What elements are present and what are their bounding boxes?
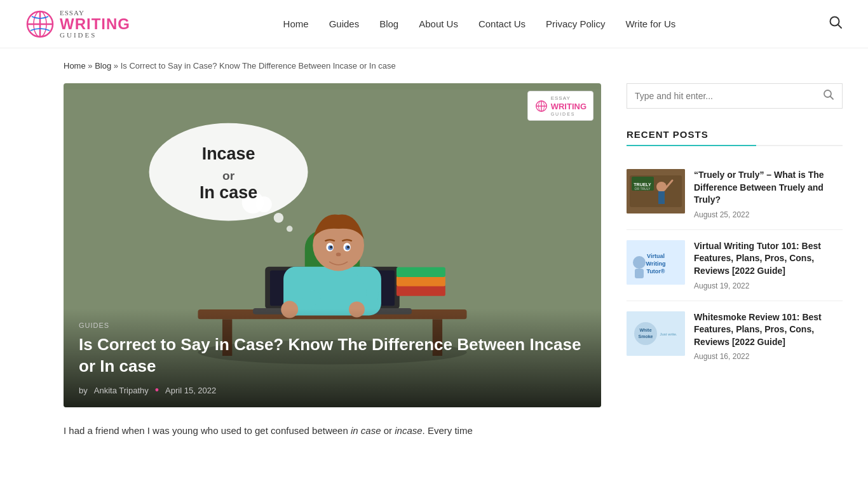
search-submit-icon — [823, 89, 834, 100]
logo-text: ESSAY WRITING GUIDES — [60, 10, 130, 39]
breadcrumb-home[interactable]: Home — [64, 61, 86, 71]
hero-image: Incase or In case ESSAY WRITING GUIDE — [64, 83, 601, 407]
site-header: ESSAY WRITING GUIDES Home Guides Blog Ab… — [0, 0, 868, 48]
svg-point-55 — [633, 256, 646, 269]
site-logo[interactable]: ESSAY WRITING GUIDES — [25, 8, 130, 41]
logo-icon — [25, 8, 55, 41]
svg-rect-56 — [635, 269, 644, 278]
article-body: I had a friend when I was young who used… — [64, 423, 601, 439]
nav-guides[interactable]: Guides — [329, 18, 360, 29]
nav-privacy[interactable]: Privacy Policy — [546, 18, 605, 29]
recent-posts-section: RECENT POSTS TRUELY — [627, 129, 843, 371]
badge-logo-icon — [534, 99, 548, 113]
post-title-1[interactable]: “Truely or Truly” – What is The Differen… — [694, 169, 843, 207]
hero-overlay: GUIDES Is Correct to Say in Case? Know T… — [64, 309, 601, 407]
thumb-1-svg: TRUELY OR TRULY — [627, 169, 685, 214]
post-title-3[interactable]: Whitesmoke Review 101: Best Features, Pl… — [694, 311, 843, 349]
svg-text:Writing: Writing — [646, 261, 666, 267]
svg-text:In case: In case — [200, 183, 257, 202]
meta-dot: • — [155, 384, 159, 397]
svg-text:Tutor®: Tutor® — [647, 268, 665, 274]
author-name: Ankita Tripathy — [94, 386, 149, 395]
svg-point-24 — [330, 246, 332, 248]
search-input[interactable] — [635, 91, 823, 101]
svg-line-5 — [837, 25, 841, 29]
list-item: TRUELY OR TRULY “Truely or Truly” – What… — [627, 159, 843, 230]
svg-rect-46 — [658, 191, 665, 204]
svg-point-58 — [634, 322, 657, 345]
svg-point-45 — [656, 182, 667, 192]
post-info-2: Virtual Writing Tutor 101: Best Features… — [694, 240, 843, 290]
list-item: Virtual Writing Tutor® Virtual Writing T… — [627, 230, 843, 301]
nav-contact[interactable]: Contact Us — [478, 18, 526, 29]
nav-blog[interactable]: Blog — [379, 18, 398, 29]
post-thumbnail-1: TRUELY OR TRULY — [627, 169, 685, 214]
logo-writing: WRITING — [60, 17, 130, 32]
main-nav: Home Guides Blog About Us Contact Us Pri… — [283, 18, 676, 29]
svg-line-42 — [831, 97, 834, 100]
post-date-1: August 25, 2022 — [694, 210, 843, 219]
post-thumbnail-2: Virtual Writing Tutor® — [627, 240, 685, 285]
search-submit-button[interactable] — [823, 89, 834, 103]
svg-text:Just write.: Just write. — [660, 332, 677, 336]
svg-text:Virtual: Virtual — [647, 253, 665, 259]
svg-text:or: or — [222, 169, 235, 182]
body-text-mid: or — [381, 425, 395, 436]
body-italic-1: in case — [351, 425, 381, 436]
article-meta: by Ankita Tripathy • April 15, 2022 — [79, 384, 586, 397]
post-date-3: August 16, 2022 — [694, 352, 843, 361]
svg-text:TRUELY: TRUELY — [634, 182, 651, 187]
article-category: GUIDES — [79, 322, 586, 329]
nav-home[interactable]: Home — [283, 18, 309, 29]
body-italic-2: incase — [395, 425, 422, 436]
search-icon — [829, 15, 843, 29]
main-container: Incase or In case ESSAY WRITING GUIDE — [0, 83, 868, 464]
sidebar: RECENT POSTS TRUELY — [627, 83, 843, 439]
post-info-3: Whitesmoke Review 101: Best Features, Pl… — [694, 311, 843, 362]
body-text-start: I had a friend when I was young who used… — [64, 425, 351, 436]
svg-rect-14 — [397, 285, 445, 295]
recent-posts-divider — [627, 145, 843, 146]
hero-badge: ESSAY WRITING GUIDES — [527, 91, 593, 121]
breadcrumb-current: Is Correct to Say in Case? Know The Diff… — [121, 61, 396, 71]
thumb-2-svg: Virtual Writing Tutor® — [627, 240, 685, 285]
article-area: Incase or In case ESSAY WRITING GUIDE — [64, 83, 601, 439]
post-info-1: “Truely or Truly” – What is The Differen… — [694, 169, 843, 219]
breadcrumb-blog[interactable]: Blog — [95, 61, 111, 71]
svg-text:OR TRULY: OR TRULY — [635, 187, 651, 191]
badge-text: ESSAY WRITING GUIDES — [551, 95, 587, 116]
svg-point-30 — [274, 213, 283, 222]
breadcrumb: Home » Blog » Is Correct to Say in Case?… — [0, 48, 868, 83]
svg-point-26 — [336, 253, 341, 257]
nav-write[interactable]: Write for Us — [625, 18, 675, 29]
thumb-3-svg: White Smoke Just write. — [627, 311, 685, 356]
post-title-2[interactable]: Virtual Writing Tutor 101: Best Features… — [694, 240, 843, 278]
recent-posts-title: RECENT POSTS — [627, 129, 843, 140]
logo-guides: GUIDES — [60, 32, 130, 39]
svg-rect-15 — [397, 276, 445, 286]
body-text-end: . Every time — [423, 425, 473, 436]
post-date-2: August 19, 2022 — [694, 281, 843, 290]
svg-point-25 — [347, 246, 349, 248]
post-thumbnail-3: White Smoke Just write. — [627, 311, 685, 356]
search-box — [627, 83, 843, 109]
author-label: by — [79, 386, 88, 395]
svg-text:Smoke: Smoke — [639, 334, 653, 339]
svg-rect-16 — [397, 268, 445, 277]
svg-point-29 — [287, 226, 293, 232]
header-search-button[interactable] — [829, 15, 843, 32]
nav-about[interactable]: About Us — [419, 18, 458, 29]
svg-text:White: White — [639, 328, 651, 332]
svg-text:Incase: Incase — [202, 144, 255, 163]
list-item: White Smoke Just write. Whitesmoke Revie… — [627, 301, 843, 372]
article-date: April 15, 2022 — [165, 386, 216, 395]
article-title: Is Correct to Say in Case? Know The Diff… — [79, 334, 586, 377]
